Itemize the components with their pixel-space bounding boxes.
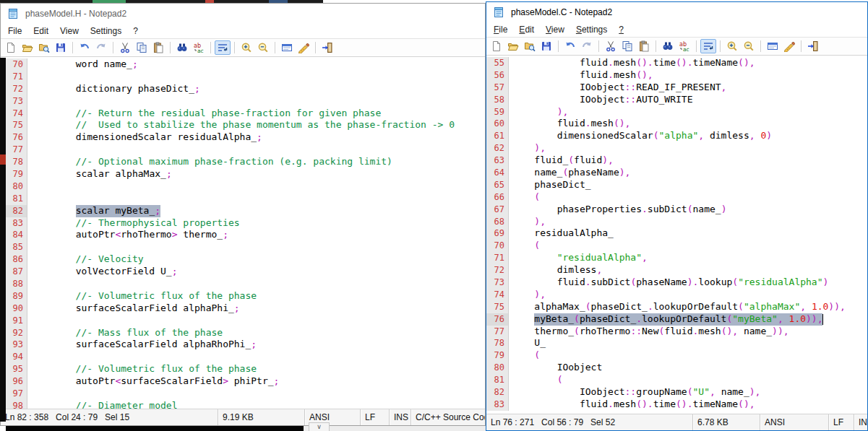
menu-edit[interactable]: Edit [513, 23, 540, 36]
code-line: 93 surfaceScalarField alphaRhoPhi_; [1, 339, 485, 351]
line-number: 68 [486, 216, 509, 228]
code-line: 75 alphaMax_(phaseDict_.lookupOrDefault(… [486, 301, 867, 313]
customize-schemes-button[interactable] [296, 40, 311, 55]
code-line: 92 //- Mass flux of the phase [1, 327, 485, 339]
code-line: 78 U_ [486, 337, 867, 349]
code-text: dimensionedScalar residualAlpha_; [27, 131, 485, 144]
toolbar: abac [1, 39, 485, 57]
find-button[interactable] [174, 40, 190, 55]
copy-button[interactable] [619, 39, 635, 53]
toolbar-separator [558, 40, 559, 52]
code-line: 57 IOobject::READ_IF_PRESENT, [486, 82, 867, 94]
code-line: 82 IOobject::groupName("U", name_), [486, 386, 867, 399]
status-cell-4: INS [854, 414, 867, 430]
open-file-icon [507, 40, 519, 52]
line-number: 79 [486, 349, 509, 362]
open-file-button[interactable] [505, 39, 521, 53]
code-line: 77 thermo_(rhoThermo::New(fluid.mesh(), … [486, 326, 867, 338]
code-editor[interactable]: 70 word name_;7172 dictionary phaseDict_… [1, 57, 485, 409]
menu-view[interactable]: View [54, 25, 85, 38]
notepad2-window-phasemodel-h: phaseModel.H - Notepad2 FileEditViewSett… [0, 3, 486, 426]
undo-button[interactable] [562, 39, 578, 53]
code-line: 80 IOobject [486, 362, 867, 374]
title-bar[interactable]: phaseModel.C - Notepad2 [486, 2, 867, 22]
code-text: dimensionedScalar("alpha", dimless, 0) [509, 130, 867, 142]
code-text: IOobject::AUTO_WRITE [509, 94, 867, 106]
toolbar-separator [801, 40, 802, 52]
replace-icon: abac [679, 40, 690, 52]
menu-settings[interactable]: Settings [85, 25, 127, 38]
redo-button[interactable] [579, 39, 595, 53]
word-wrap-button[interactable] [215, 40, 231, 55]
line-number: 73 [486, 277, 509, 289]
code-line: 84 autoPtr<rhoThermo> thermo_; [1, 229, 485, 241]
browse-files-icon [38, 42, 50, 53]
paste-icon [638, 40, 650, 52]
background-document-sliver [304, 426, 486, 431]
status-cell-1: 9.19 KB [218, 409, 304, 425]
save-file-button[interactable] [538, 39, 554, 53]
new-document-button[interactable] [489, 39, 504, 53]
paste-button[interactable] [150, 40, 166, 55]
menu-file[interactable]: File [488, 23, 513, 36]
browse-files-button[interactable] [522, 39, 538, 53]
code-text: ), [509, 289, 867, 301]
line-number: 75 [486, 301, 509, 313]
redo-icon [95, 42, 107, 53]
undo-icon [79, 42, 90, 53]
zoom-out-button[interactable] [255, 40, 271, 55]
find-button[interactable] [660, 39, 676, 53]
status-cell-0: Ln 82 : 358 Col 24 : 79 Sel 15 [1, 409, 218, 425]
toolbar-separator [696, 40, 697, 52]
notepad2-window-phasemodel-c: phaseModel.C - Notepad2 FileEditViewSett… [486, 1, 868, 431]
redo-icon [581, 40, 593, 52]
line-number: 60 [486, 118, 509, 130]
notepad2-app-icon [493, 6, 504, 18]
code-line: 82 scalar myBeta_; [1, 205, 485, 217]
background-scrollbar-down-arrow[interactable]: ∨ [309, 422, 330, 431]
code-text: //- Return the residual phase-fraction f… [27, 108, 485, 120]
cut-button[interactable] [603, 39, 619, 53]
menu-settings[interactable]: Settings [570, 23, 613, 36]
redo-button[interactable] [93, 40, 109, 55]
code-text [27, 388, 485, 400]
new-document-button[interactable] [3, 40, 19, 55]
customize-schemes-button[interactable] [781, 39, 797, 53]
code-line: 63 fluid_(fluid), [486, 154, 867, 167]
code-text: volVectorField U_; [27, 266, 485, 278]
code-line: 86 //- Velocity [1, 253, 485, 266]
zoom-out-button[interactable] [741, 39, 757, 53]
code-text: fluid_(fluid), [509, 154, 867, 167]
toolbar: abac [486, 38, 867, 56]
menu-[interactable]: ? [613, 23, 629, 36]
paste-button[interactable] [636, 39, 652, 53]
menu-view[interactable]: View [540, 23, 570, 36]
cut-icon [119, 42, 131, 53]
replace-button[interactable]: abac [676, 39, 692, 53]
browse-files-button[interactable] [36, 40, 52, 55]
zoom-in-button[interactable] [239, 40, 254, 55]
svg-text:ac: ac [683, 46, 689, 52]
exit-button[interactable] [319, 40, 335, 55]
replace-button[interactable]: abac [191, 40, 207, 55]
word-wrap-button[interactable] [700, 39, 716, 53]
code-line: 77 [1, 144, 485, 156]
code-text: IOobject::READ_IF_PRESENT, [509, 82, 867, 94]
undo-button[interactable] [77, 40, 93, 55]
code-editor[interactable]: 55 fluid.mesh().time().timeName(),56 flu… [486, 56, 867, 414]
exit-button[interactable] [805, 39, 821, 53]
view-schemes-button[interactable] [765, 39, 781, 53]
menu-[interactable]: ? [127, 25, 144, 38]
code-line: 91 [1, 315, 485, 327]
copy-button[interactable] [134, 40, 150, 55]
cut-button[interactable] [117, 40, 133, 55]
title-bar[interactable]: phaseModel.H - Notepad2 [1, 4, 485, 23]
view-schemes-icon [767, 40, 778, 52]
view-schemes-button[interactable] [279, 40, 295, 55]
menu-file[interactable]: File [2, 25, 27, 38]
notepad2-app-icon [7, 8, 19, 19]
menu-edit[interactable]: Edit [27, 25, 54, 38]
zoom-in-button[interactable] [724, 39, 740, 53]
open-file-button[interactable] [20, 40, 35, 55]
save-file-button[interactable] [53, 40, 69, 55]
